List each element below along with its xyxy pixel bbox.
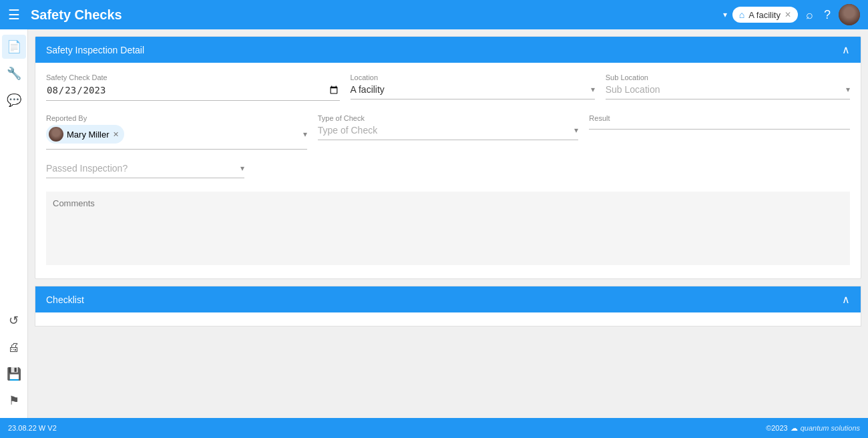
sub-location-value[interactable]: Sub Location ▾	[606, 84, 850, 99]
type-of-check-value[interactable]: Type of Check ▾	[318, 125, 579, 140]
sub-location-label: Sub Location	[606, 73, 850, 81]
safety-inspection-collapse-button[interactable]: ∧	[842, 43, 850, 56]
reporter-name: Mary Miller	[67, 130, 110, 140]
facility-name: A facility	[748, 10, 781, 20]
passed-inspection-field: Passed Inspection? ▾	[46, 163, 244, 178]
nav-right: ▾ ⌂ A facility ✕ ⌕ ?	[723, 4, 860, 25]
type-of-check-text: Type of Check	[318, 125, 378, 136]
location-value[interactable]: A facility ▾	[351, 84, 595, 99]
sidebar-item-print[interactable]: 🖨	[2, 335, 26, 359]
facility-badge[interactable]: ⌂ A facility ✕	[732, 7, 798, 23]
passed-inspection-spacer	[255, 163, 850, 178]
sidebar-item-chat[interactable]: 💬	[2, 88, 26, 112]
safety-check-date-label: Safety Check Date	[46, 73, 340, 81]
safety-inspection-card: Safety Inspection Detail ∧ Safety Check …	[35, 36, 861, 279]
location-text: A facility	[351, 84, 385, 95]
app-title: Safety Checks	[31, 7, 716, 23]
safety-check-date-field: Safety Check Date	[46, 73, 340, 101]
type-of-check-field: Type of Check Type of Check ▾	[318, 114, 579, 150]
sidebar-item-tool[interactable]: 🔧	[2, 61, 26, 85]
checklist-title: Checklist	[46, 294, 84, 305]
location-dropdown-icon: ▾	[591, 85, 595, 94]
safety-check-date-value-container	[46, 84, 340, 101]
sub-location-text: Sub Location	[606, 84, 660, 95]
avatar-image	[839, 4, 860, 25]
reported-by-label: Reported By	[46, 114, 307, 122]
footer-version: 23.08.22 W V2	[8, 424, 57, 432]
flag-icon: ⚑	[9, 393, 19, 408]
form-row-3: Passed Inspection? ▾	[46, 163, 850, 178]
reported-by-dropdown-icon: ▾	[303, 130, 307, 139]
sidebar-bottom: ↺ 🖨 💾 ⚑	[2, 308, 26, 418]
form-row-2: Reported By Mary Miller ✕ ▾ Type of Chec…	[46, 114, 850, 150]
sidebar-item-flag[interactable]: ⚑	[2, 389, 26, 413]
type-of-check-dropdown-icon: ▾	[574, 126, 578, 135]
result-value[interactable]	[589, 125, 850, 130]
safety-check-date-input[interactable]	[46, 84, 340, 96]
document-icon: 📄	[7, 39, 21, 54]
home-icon: ⌂	[739, 9, 744, 20]
search-button[interactable]: ⌕	[803, 5, 816, 25]
safety-inspection-title: Safety Inspection Detail	[46, 45, 144, 55]
comments-textarea[interactable]	[46, 192, 850, 265]
tool-icon: 🔧	[7, 66, 21, 81]
content-area: Safety Inspection Detail ∧ Safety Check …	[28, 29, 868, 418]
left-sidebar: 📄 🔧 💬 ↺ 🖨 💾 ⚑	[0, 29, 28, 418]
help-button[interactable]: ?	[821, 5, 833, 25]
reported-by-container: Mary Miller ✕ ▾	[46, 125, 307, 150]
passed-inspection-dropdown-icon: ▾	[240, 164, 244, 173]
sidebar-item-save[interactable]: 💾	[2, 362, 26, 386]
passed-inspection-value[interactable]: Passed Inspection? ▾	[46, 163, 244, 178]
facility-close-icon[interactable]: ✕	[785, 10, 791, 19]
sidebar-item-refresh[interactable]: ↺	[2, 308, 26, 333]
main-layout: 📄 🔧 💬 ↺ 🖨 💾 ⚑ Safety Ins	[0, 29, 868, 418]
save-icon: 💾	[7, 367, 21, 381]
checklist-body	[35, 312, 861, 326]
type-of-check-label: Type of Check	[318, 114, 579, 122]
menu-icon[interactable]: ☰	[8, 7, 20, 23]
safety-inspection-header: Safety Inspection Detail ∧	[35, 37, 861, 63]
reporter-avatar	[49, 127, 63, 142]
result-label: Result	[589, 114, 850, 122]
chat-icon: 💬	[7, 93, 21, 107]
refresh-icon: ↺	[9, 313, 19, 328]
checklist-collapse-button[interactable]: ∧	[842, 293, 850, 306]
checklist-header: Checklist ∧	[35, 286, 861, 312]
sidebar-item-document[interactable]: 📄	[2, 35, 26, 59]
location-field: Location A facility ▾	[351, 73, 595, 101]
top-navigation: ☰ Safety Checks ▾ ⌂ A facility ✕ ⌕ ?	[0, 0, 868, 29]
sub-location-dropdown-icon: ▾	[846, 85, 850, 94]
checklist-card: Checklist ∧	[35, 286, 861, 326]
safety-inspection-body: Safety Check Date Location A facility ▾	[35, 63, 861, 278]
reported-by-field: Reported By Mary Miller ✕ ▾	[46, 114, 307, 150]
footer-copyright: ©2023	[766, 424, 788, 432]
footer-company: quantum solutions	[801, 424, 860, 432]
sub-location-field: Sub Location Sub Location ▾	[606, 73, 850, 101]
print-icon: 🖨	[8, 341, 20, 355]
reporter-chip[interactable]: Mary Miller ✕	[46, 125, 124, 144]
passed-inspection-text: Passed Inspection?	[46, 163, 128, 174]
result-field: Result	[589, 114, 850, 150]
dropdown-arrow-icon[interactable]: ▾	[723, 10, 727, 19]
comments-container	[46, 192, 850, 268]
form-row-1: Safety Check Date Location A facility ▾	[46, 73, 850, 101]
reporter-remove-icon[interactable]: ✕	[113, 130, 119, 139]
location-label: Location	[351, 73, 595, 81]
footer: 23.08.22 W V2 ©2023 ☁ quantum solutions	[0, 418, 868, 438]
avatar[interactable]	[839, 4, 860, 25]
cloud-icon: ☁	[791, 424, 798, 433]
footer-right: ©2023 ☁ quantum solutions	[766, 424, 860, 433]
